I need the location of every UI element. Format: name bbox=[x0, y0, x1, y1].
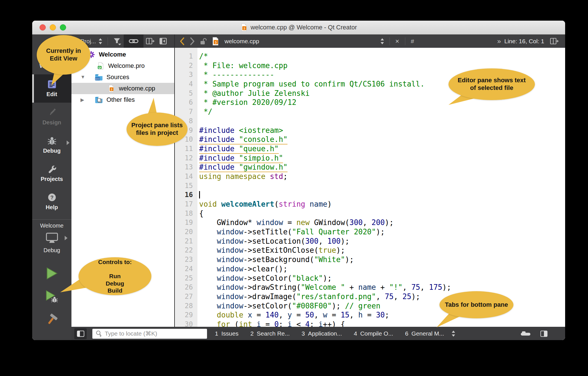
code-line-20[interactable]: 20 window->setTitle("Fall Quarter 2020")… bbox=[175, 227, 565, 237]
code-line-16[interactable]: 16 bbox=[175, 190, 565, 200]
document-spinner-icon[interactable] bbox=[378, 34, 387, 48]
code-line-2[interactable]: 2 * File: welcome.cpp bbox=[175, 61, 565, 70]
build-button[interactable] bbox=[45, 313, 58, 327]
code-text bbox=[197, 181, 199, 191]
run-button[interactable] bbox=[45, 267, 58, 280]
link-icon bbox=[127, 34, 141, 48]
code-text: */ bbox=[197, 107, 212, 116]
code-line-14[interactable]: 14using namespace std; bbox=[175, 172, 565, 181]
generic-folder-icon bbox=[95, 96, 103, 103]
line-number: 23 bbox=[175, 255, 197, 264]
code-line-8[interactable]: 8 bbox=[175, 116, 565, 126]
sidebar-item-help[interactable]: ? Help bbox=[32, 187, 71, 216]
code-line-26[interactable]: 26 window->drawString("Welcome " + name … bbox=[175, 283, 565, 292]
debug-flyout-arrow-icon bbox=[67, 141, 69, 145]
output-tab-label: Search Re... bbox=[257, 330, 290, 337]
open-document-combo[interactable]: welcome.cpp bbox=[225, 38, 259, 45]
output-tab-general-m-[interactable]: 6General M... bbox=[405, 330, 444, 337]
code-line-9[interactable]: 9#include <iostream> bbox=[175, 126, 565, 135]
code-line-6[interactable]: 6 * #version 2020/09/12 bbox=[175, 98, 565, 107]
code-text: /* bbox=[197, 52, 208, 61]
code-line-13[interactable]: 13#include "gwindow.h" bbox=[175, 163, 565, 172]
code-line-12[interactable]: 12#include "simpio.h" bbox=[175, 154, 565, 163]
line-number: 12 bbox=[175, 154, 197, 163]
line-number: 4 bbox=[175, 79, 197, 89]
split-pane-icon[interactable] bbox=[143, 34, 157, 48]
output-tab-number: 1 bbox=[215, 330, 218, 337]
cpp-file-icon bbox=[107, 85, 116, 92]
code-line-23[interactable]: 23 window->setBackground("White"); bbox=[175, 255, 565, 264]
svg-text:?: ? bbox=[50, 195, 53, 200]
code-line-15[interactable]: 15 bbox=[175, 181, 565, 191]
back-icon[interactable] bbox=[177, 34, 187, 48]
output-tab-issues[interactable]: 1Issues bbox=[215, 330, 238, 337]
sidebar-item-edit[interactable]: Edit bbox=[32, 74, 71, 103]
kit-selector[interactable]: Welcome Debug bbox=[32, 222, 71, 254]
close-pane-icon[interactable] bbox=[157, 34, 169, 48]
projects-mode-icon bbox=[47, 164, 57, 174]
svg-text:C++: C++ bbox=[95, 78, 100, 80]
cpp-file-icon bbox=[240, 23, 248, 32]
code-line-1[interactable]: 1/* bbox=[175, 52, 565, 61]
code-text: window->setBackground("White"); bbox=[197, 255, 354, 264]
zoom-window-button[interactable] bbox=[60, 24, 66, 31]
code-line-21[interactable]: 21 window->setLocation(300, 100); bbox=[175, 237, 565, 246]
sidebar-item-label: Debug bbox=[43, 148, 60, 154]
line-number: 1 bbox=[175, 52, 197, 61]
code-line-24[interactable]: 24 window->clear(); bbox=[175, 264, 565, 274]
code-line-10[interactable]: 10#include "console.h" bbox=[175, 135, 565, 144]
sidebar-item-label: Edit bbox=[47, 91, 57, 98]
output-tab-number: 4 bbox=[354, 330, 357, 337]
tree-item-sources[interactable]: ▼C++Sources bbox=[71, 72, 174, 83]
close-window-button[interactable] bbox=[40, 24, 46, 31]
code-line-11[interactable]: 11#include "queue.h" bbox=[175, 144, 565, 154]
tree-item-label: Welcome bbox=[99, 51, 126, 58]
close-document-icon[interactable]: × bbox=[393, 37, 402, 45]
editor-toolbar: welcome.cpp × # » Line: 16, Col: 1 bbox=[174, 34, 565, 48]
expand-arrow-icon[interactable]: ▶ bbox=[79, 97, 95, 103]
code-text: #include "simpio.h" bbox=[197, 154, 283, 163]
line-number: 24 bbox=[175, 264, 197, 274]
code-text: #include "console.h" bbox=[197, 135, 288, 144]
code-line-22[interactable]: 22 window->setExitOnClose(true); bbox=[175, 246, 565, 255]
sync-with-editor-button[interactable] bbox=[124, 34, 143, 48]
code-text: window->drawImage("res/stanford.png", 75… bbox=[197, 292, 420, 301]
line-number: 19 bbox=[175, 218, 197, 227]
code-line-30[interactable]: 30 for (int i = 0; i < 4; i++) { bbox=[175, 320, 565, 327]
code-text: window->setLocation(300, 100); bbox=[197, 237, 349, 246]
forward-icon[interactable] bbox=[187, 34, 197, 48]
toolbar-overflow-icon[interactable]: » bbox=[497, 37, 501, 45]
tree-item-welcome-cpp[interactable]: welcome.cpp bbox=[71, 83, 174, 94]
tree-item-other-files[interactable]: ▶Other files bbox=[71, 94, 174, 105]
combo-spinner-icon[interactable] bbox=[96, 34, 105, 48]
line-number: 22 bbox=[175, 246, 197, 255]
code-text: window->setExitOnClose(true); bbox=[197, 246, 345, 255]
symbol-hash-button[interactable]: # bbox=[408, 38, 417, 45]
line-number: 16 bbox=[175, 190, 197, 200]
code-text: window->drawString("Welcome " + name + "… bbox=[197, 283, 451, 292]
output-tab-number: 6 bbox=[405, 330, 408, 337]
minimize-window-button[interactable] bbox=[50, 24, 56, 31]
toggle-sidebar-button[interactable] bbox=[74, 328, 87, 339]
output-pane-tabs: 1Issues2Search Re...3Application...4Comp… bbox=[215, 330, 444, 337]
code-text: window->clear(); bbox=[197, 264, 288, 274]
output-tab-search-re-[interactable]: 2Search Re... bbox=[250, 330, 289, 337]
split-editor-icon[interactable] bbox=[548, 37, 561, 45]
collapse-arrow-icon[interactable]: ▼ bbox=[79, 74, 95, 80]
sidebar-item-projects[interactable]: Projects bbox=[32, 159, 71, 187]
output-tabs-spinner-icon[interactable] bbox=[451, 330, 456, 337]
sidebar-item-debug[interactable]: Debug bbox=[32, 131, 71, 159]
output-tab-compile-o-[interactable]: 4Compile O... bbox=[354, 330, 393, 337]
sidebar-item-design[interactable]: Design bbox=[32, 103, 71, 131]
code-line-7[interactable]: 7 */ bbox=[175, 107, 565, 116]
toggle-right-panel-icon[interactable] bbox=[540, 330, 548, 337]
output-tab-application-[interactable]: 3Application... bbox=[302, 330, 342, 337]
filter-icon[interactable] bbox=[111, 34, 124, 48]
debug-run-button[interactable] bbox=[45, 290, 58, 303]
locator-input[interactable]: Type to locate (⌘K) bbox=[92, 329, 207, 339]
code-line-18[interactable]: 18{ bbox=[175, 209, 565, 218]
code-line-17[interactable]: 17void welcomeAlert(string name) bbox=[175, 200, 565, 209]
code-line-19[interactable]: 19 GWindow* window = new GWindow(300, 20… bbox=[175, 218, 565, 227]
window-titlebar[interactable]: welcome.cpp @ Welcome - Qt Creator bbox=[32, 21, 565, 34]
code-line-25[interactable]: 25 window->setColor("black"); bbox=[175, 274, 565, 283]
